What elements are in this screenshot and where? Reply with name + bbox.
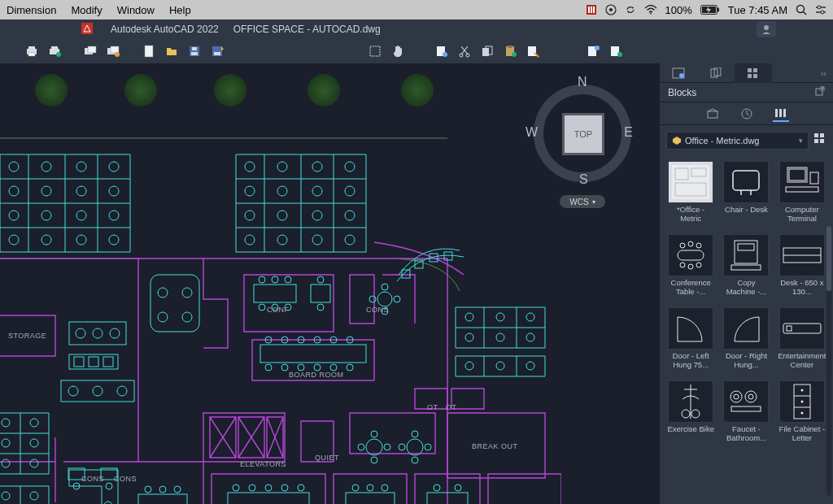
palette-title: Blocks: [668, 87, 696, 98]
block-item[interactable]: Copy Machine -...: [720, 232, 772, 302]
user-avatar-icon[interactable]: [757, 21, 776, 37]
svg-point-89: [30, 492, 38, 500]
svg-point-113: [272, 276, 278, 283]
svg-point-80: [312, 235, 322, 245]
new-icon[interactable]: [142, 44, 156, 59]
paste-icon[interactable]: [503, 44, 517, 59]
svg-point-112: [259, 276, 265, 283]
svg-rect-236: [787, 326, 792, 331]
block-item[interactable]: Computer Terminal: [776, 159, 828, 229]
svg-point-96: [93, 328, 102, 338]
control-center-icon[interactable]: [815, 4, 826, 15]
palette-tab-sheets-icon[interactable]: [697, 63, 735, 83]
svg-point-84: [2, 439, 10, 447]
wifi-icon[interactable]: [644, 5, 657, 15]
svg-point-159: [233, 484, 239, 491]
blocks-library-dropdown[interactable]: Office - Metric.dwg▾: [666, 132, 809, 150]
svg-point-134: [366, 439, 382, 455]
svg-point-73: [345, 186, 355, 196]
blocks-tab-current-icon[interactable]: [704, 106, 721, 122]
spotlight-icon[interactable]: [796, 4, 807, 15]
block-item[interactable]: Door - Left Hung 75...: [665, 306, 717, 376]
match-icon[interactable]: [526, 44, 540, 59]
svg-rect-202: [753, 74, 757, 78]
publish-icon[interactable]: [106, 44, 120, 59]
svg-rect-35: [370, 46, 380, 56]
layer-icon[interactable]: [434, 44, 449, 59]
wcs-badge[interactable]: WCS▾: [560, 195, 605, 208]
svg-point-194: [106, 483, 112, 489]
drawing-canvas[interactable]: STORAGE CONF BOARD ROOM ELEVATORS QUIET …: [0, 63, 659, 504]
sync-icon[interactable]: [625, 4, 636, 15]
svg-point-227: [696, 263, 701, 267]
svg-rect-34: [214, 52, 220, 55]
block-item[interactable]: Exercise Bike: [665, 379, 717, 449]
viewcube-face-top[interactable]: TOP: [565, 115, 602, 153]
copy-icon[interactable]: [480, 44, 495, 59]
svg-point-71: [277, 186, 287, 196]
svg-point-115: [259, 304, 265, 311]
svg-point-184: [145, 486, 151, 493]
pan-icon[interactable]: [390, 44, 405, 59]
saveas-icon[interactable]: [210, 44, 225, 59]
viewcube[interactable]: N S E W TOP WCS▾: [526, 72, 639, 202]
print-icon[interactable]: [24, 44, 39, 59]
battery-percent: 100%: [665, 4, 692, 16]
block-item[interactable]: Faucet - Bathroom...: [720, 379, 772, 449]
svg-rect-218: [789, 169, 805, 180]
menu-modify[interactable]: Modify: [71, 4, 102, 16]
blocks-scrollbar[interactable]: [826, 226, 831, 496]
block-item[interactable]: Chair - Desk: [720, 159, 772, 229]
save-icon[interactable]: [187, 44, 202, 59]
svg-point-238: [682, 410, 690, 418]
svg-point-88: [2, 492, 10, 500]
svg-rect-207: [779, 109, 782, 117]
block-item[interactable]: Conference Table -...: [665, 232, 717, 302]
svg-point-148: [394, 296, 400, 302]
room-label-cons: CONS: [81, 475, 104, 483]
block-item[interactable]: File Cabinet - Letter: [776, 379, 828, 449]
blocks-tab-recent-icon[interactable]: [739, 106, 755, 122]
batch-plot-icon[interactable]: [83, 44, 98, 59]
svg-rect-169: [346, 493, 395, 504]
svg-point-15: [821, 11, 824, 14]
cut-icon[interactable]: [457, 44, 472, 59]
svg-rect-229: [738, 244, 754, 250]
svg-rect-235: [783, 324, 821, 333]
block-item[interactable]: Door - Right Hung...: [720, 306, 772, 376]
blocks-view-toggle-icon[interactable]: [813, 133, 826, 149]
room-label-storage: STORAGE: [8, 332, 46, 340]
svg-point-51: [41, 162, 51, 172]
svg-point-64: [76, 235, 86, 245]
svg-point-240: [731, 391, 742, 402]
block-item[interactable]: *Office - Metric: [665, 159, 717, 229]
svg-rect-213: [672, 165, 709, 199]
menu-help[interactable]: Help: [169, 4, 191, 16]
app-titlebar: Autodesk AutoCAD 2022 OFFICE SPACE - AUT…: [0, 20, 833, 39]
macos-menubar: Dimension Modify Window Help 100% Tue 7:…: [0, 0, 833, 20]
cloud-icon[interactable]: [608, 44, 623, 59]
selection-icon[interactable]: [368, 44, 382, 59]
svg-point-150: [496, 313, 504, 321]
palette-overflow-icon[interactable]: ››: [814, 68, 833, 78]
menu-dimension[interactable]: Dimension: [7, 4, 56, 16]
palette-tab-properties-icon[interactable]: [660, 63, 697, 83]
plot-icon[interactable]: [47, 44, 62, 59]
status-indicator-red-icon: [586, 4, 597, 15]
blocks-tab-libraries-icon[interactable]: [773, 106, 789, 122]
block-item[interactable]: Desk - 650 x 130...: [776, 232, 828, 302]
open-icon[interactable]: [164, 44, 179, 59]
menu-window[interactable]: Window: [117, 4, 155, 16]
svg-point-162: [281, 484, 288, 491]
svg-point-81: [345, 235, 355, 245]
block-item[interactable]: Entertainment Center: [776, 306, 828, 376]
svg-rect-99: [74, 357, 84, 367]
svg-rect-31: [191, 52, 198, 55]
svg-point-128: [265, 364, 272, 371]
palette-tab-blocks-icon[interactable]: [735, 63, 772, 83]
svg-point-77: [345, 211, 355, 220]
share-icon[interactable]: [586, 44, 600, 59]
popout-icon[interactable]: [815, 86, 825, 98]
svg-point-147: [369, 296, 376, 302]
svg-rect-209: [814, 133, 818, 137]
